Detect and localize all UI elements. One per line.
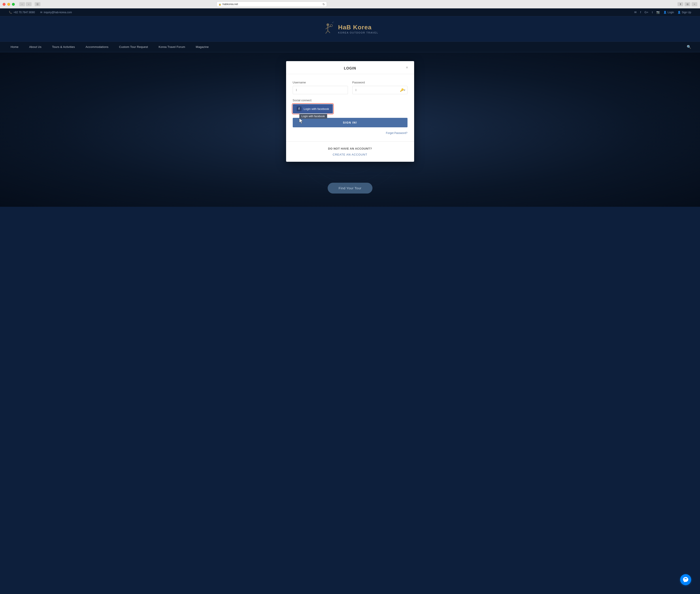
login-modal: LOGIN × Username Password 🔑▾ — [286, 61, 414, 162]
facebook-button-label: Login with facebook — [304, 107, 329, 110]
no-account-text: DO NOT HAVE AN ACCOUNT? — [293, 147, 408, 150]
phone-icon: 📞 — [9, 11, 12, 14]
signin-button[interactable]: SIGN IN! — [293, 118, 408, 127]
twitter-icon[interactable]: t — [652, 10, 653, 14]
titlebar-actions: ⬆ ⊞ + — [677, 2, 697, 6]
back-button[interactable]: ‹ — [19, 2, 25, 6]
forget-password-area: Forget Password? — [293, 131, 408, 135]
modal-title: LOGIN — [344, 66, 356, 70]
nav-accommodations[interactable]: Accommodations — [84, 42, 110, 52]
modal-header: LOGIN × — [286, 61, 414, 74]
facebook-tooltip: Login with facebook — [299, 114, 327, 119]
nav-forum[interactable]: Korea Travel Forum — [157, 42, 187, 52]
facebook-button-wrapper: f Login with facebook Login with faceboo… — [293, 104, 333, 113]
nav-custom-tour[interactable]: Custom Tour Request — [117, 42, 150, 52]
page-background: LOGIN × Username Password 🔑▾ — [0, 52, 700, 207]
url-bar[interactable]: 🔒 habkorea.net ↻ — [217, 2, 327, 7]
top-bar-left: 📞 +82 70.7847.8080 ✉ inquiry@hab-korea.c… — [9, 11, 72, 14]
maximize-window-button[interactable] — [12, 3, 15, 6]
messenger-icon — [682, 576, 689, 583]
nav-tours[interactable]: Tours & Activities — [50, 42, 77, 52]
lock-icon: 🔒 — [219, 3, 221, 5]
svg-point-1 — [333, 22, 334, 22]
modal-body: Username Password 🔑▾ Social connect: — [286, 74, 414, 141]
username-input[interactable] — [293, 86, 348, 94]
find-tour-label: Find Your Tour — [339, 186, 361, 190]
phone-item: 📞 +82 70.7847.8080 — [9, 11, 35, 14]
password-group: Password 🔑▾ — [352, 81, 408, 94]
phone-number: +82 70.7847.8080 — [13, 11, 35, 14]
google-plus-icon[interactable]: G+ — [645, 10, 648, 14]
svg-line-7 — [326, 31, 328, 34]
email-icon: ✉ — [40, 11, 42, 14]
facebook-login-button[interactable]: f Login with facebook — [293, 104, 333, 113]
modal-footer: DO NOT HAVE AN ACCOUNT? CREATE AN ACCOUN… — [286, 141, 414, 162]
main-nav: Home About Us Tours & Activities Accommo… — [0, 41, 700, 52]
forget-password-link[interactable]: Forget Password? — [386, 132, 407, 135]
username-group: Username — [293, 81, 348, 94]
close-window-button[interactable] — [3, 3, 5, 6]
password-input[interactable] — [352, 86, 408, 94]
titlebar: ‹ › ☰ 🔒 habkorea.net ↻ ⬆ ⊞ + — [0, 0, 700, 8]
create-account-link[interactable]: CREATE AN ACCOUNT — [333, 153, 367, 156]
share-button[interactable]: ⬆ — [677, 2, 683, 6]
url-text: habkorea.net — [223, 3, 238, 6]
logo-text-area: HaB Korea Korea Outdoor Travel — [338, 24, 378, 34]
social-connect-section: Social connect: f Login with facebook Lo… — [293, 99, 408, 113]
username-label: Username — [293, 81, 348, 84]
email-social-icon[interactable]: ✉ — [634, 10, 637, 14]
password-toggle-icon[interactable]: 🔑▾ — [400, 88, 405, 92]
signup-icon: 👤 — [677, 11, 681, 14]
find-tour-button[interactable]: Find Your Tour — [327, 183, 373, 194]
password-input-wrapper: 🔑▾ — [352, 86, 408, 94]
close-modal-button[interactable]: × — [405, 65, 410, 70]
logo-area: HaB Korea Korea Outdoor Travel — [322, 21, 378, 37]
facebook-icon[interactable]: f — [640, 10, 641, 14]
login-link[interactable]: 👤 Login — [663, 11, 674, 14]
reload-button[interactable]: ↻ — [322, 3, 325, 6]
svg-point-9 — [330, 25, 332, 27]
search-icon[interactable]: 🔍 — [687, 45, 691, 49]
logo-icon — [322, 21, 335, 37]
nav-about[interactable]: About Us — [27, 42, 43, 52]
svg-point-3 — [326, 23, 329, 26]
forward-button[interactable]: › — [26, 2, 32, 6]
svg-line-8 — [328, 31, 330, 33]
nav-home[interactable]: Home — [9, 42, 20, 52]
tab-button[interactable]: ⊞ — [685, 2, 690, 6]
nav-magazine[interactable]: Magazine — [194, 42, 211, 52]
logo-subtitle: Korea Outdoor Travel — [338, 31, 378, 34]
facebook-logo-icon: f — [297, 106, 301, 111]
top-bar-right: ✉ f G+ t 📷 👤 Login 👤 Sign Up — [634, 10, 691, 14]
svg-point-2 — [333, 23, 333, 24]
site-wrapper: 📞 +82 70.7847.8080 ✉ inquiry@hab-korea.c… — [0, 8, 700, 594]
svg-point-0 — [332, 22, 333, 23]
header: HaB Korea Korea Outdoor Travel — [0, 16, 700, 41]
credentials-row: Username Password 🔑▾ — [293, 81, 408, 94]
instagram-icon[interactable]: 📷 — [656, 10, 660, 14]
social-connect-label: Social connect: — [293, 99, 408, 102]
email-item: ✉ inquiry@hab-korea.com — [40, 11, 72, 14]
email-address: inquiry@hab-korea.com — [44, 11, 72, 14]
person-icon: 👤 — [663, 11, 667, 14]
password-label: Password — [352, 81, 408, 84]
sidebar-button[interactable]: ☰ — [35, 2, 40, 6]
logo-brand: HaB Korea — [338, 24, 378, 31]
messenger-button[interactable] — [680, 574, 691, 585]
new-tab-button[interactable]: + — [692, 2, 697, 6]
minimize-window-button[interactable] — [7, 3, 10, 6]
top-bar: 📞 +82 70.7847.8080 ✉ inquiry@hab-korea.c… — [0, 8, 700, 16]
browser-nav: ‹ › — [19, 2, 32, 6]
signup-link[interactable]: 👤 Sign Up — [677, 11, 691, 14]
